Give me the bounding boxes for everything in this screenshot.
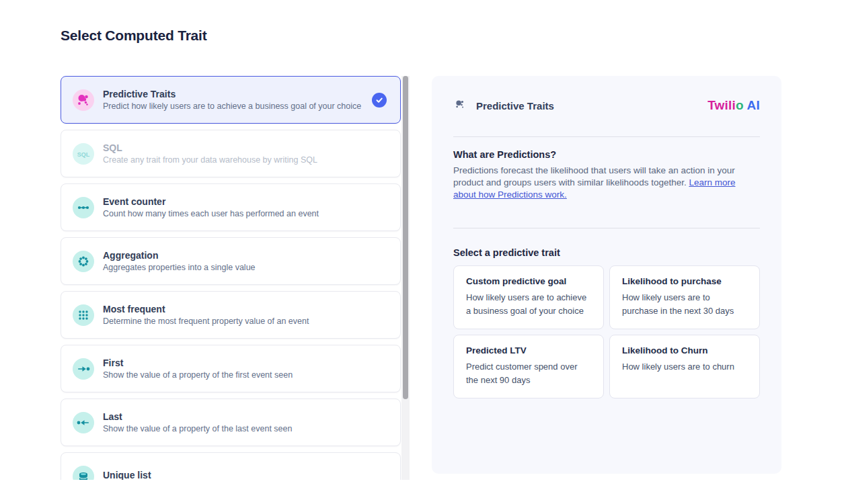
predictions-about-heading: What are Predictions? xyxy=(453,149,760,160)
detail-panel-title: Predictive Traits xyxy=(476,100,554,112)
predictive-trait-card[interactable]: Custom predictive goal How likely users … xyxy=(453,265,604,329)
predictive-trait-card-title: Likelihood to Churn xyxy=(622,345,747,355)
trait-title: Last xyxy=(103,411,292,422)
trait-title: Event counter xyxy=(103,196,319,207)
predictive-splatter-icon xyxy=(453,97,467,114)
database-icon xyxy=(73,466,94,480)
scrollbar-thumb[interactable] xyxy=(403,76,408,399)
predictive-trait-card-description: How likely users are to purchase in the … xyxy=(622,291,747,318)
dot-arrow-left-icon xyxy=(73,412,94,433)
twilio-ai-logo: Twilio AI xyxy=(707,98,760,113)
trait-description: Show the value of a property of the last… xyxy=(103,424,292,433)
detail-panel-header: Predictive Traits Twilio AI xyxy=(453,97,760,114)
trait-title: First xyxy=(103,358,293,368)
trait-title: Most frequent xyxy=(103,304,309,314)
trait-list-item[interactable]: Aggregation Aggregates properties into a… xyxy=(61,237,401,285)
trait-list-item[interactable]: First Show the value of a property of th… xyxy=(61,345,401,392)
trait-list-item[interactable]: Unique list xyxy=(61,452,401,480)
predictive-trait-card-description: How likely users are to churn xyxy=(622,360,747,374)
divider xyxy=(453,228,760,228)
grid-dots-icon xyxy=(73,304,94,326)
trait-list-item[interactable]: Last Show the value of a property of the… xyxy=(61,398,401,446)
trait-list-item[interactable]: SQL SQL Create any trait from your data … xyxy=(61,130,401,177)
sql-icon: SQL xyxy=(73,143,94,165)
selected-check-icon xyxy=(372,93,387,108)
predictions-about-body: Predictions forecast the likelihood that… xyxy=(453,165,756,201)
trait-title: Predictive Traits xyxy=(103,89,361,99)
trait-title: Aggregation xyxy=(103,250,256,261)
trait-description: Show the value of a property of the firs… xyxy=(103,370,293,380)
event-counter-dots-icon xyxy=(73,197,94,218)
divider xyxy=(453,136,760,137)
predictive-splatter-icon xyxy=(73,89,94,111)
page-title: Select Computed Trait xyxy=(61,28,207,44)
trait-list-item[interactable]: Predictive Traits Predict how likely use… xyxy=(61,76,401,124)
predictive-trait-card-title: Predicted LTV xyxy=(466,345,591,355)
predictive-traits-detail-panel: Predictive Traits Twilio AI What are Pre… xyxy=(432,76,781,474)
predictive-trait-card-description: How likely users are to achieve a busine… xyxy=(466,291,591,318)
trait-description: Count how many times each user has perfo… xyxy=(103,209,319,218)
predictive-trait-card-grid: Custom predictive goal How likely users … xyxy=(453,265,760,398)
arrow-to-dot-icon xyxy=(73,358,94,380)
predictive-trait-card[interactable]: Likelihood to Churn How likely users are… xyxy=(609,335,760,398)
trait-title: Unique list xyxy=(103,470,151,480)
predictive-trait-card-title: Likelihood to purchase xyxy=(622,276,747,286)
trait-description: Predict how likely users are to achieve … xyxy=(103,101,361,111)
predictive-trait-card-title: Custom predictive goal xyxy=(466,276,591,286)
scrollbar-track xyxy=(401,76,410,480)
predictive-trait-card[interactable]: Predicted LTV Predict customer spend ove… xyxy=(453,335,604,398)
trait-title: SQL xyxy=(103,142,317,153)
trait-description: Create any trait from your data warehous… xyxy=(103,155,317,165)
trait-description: Aggregates properties into a single valu… xyxy=(103,263,256,272)
aggregation-dots-ring-icon xyxy=(73,251,94,272)
predictive-trait-card[interactable]: Likelihood to purchase How likely users … xyxy=(609,265,760,329)
select-predictive-trait-heading: Select a predictive trait xyxy=(453,247,760,258)
trait-list: Predictive Traits Predict how likely use… xyxy=(61,76,401,480)
predictive-trait-card-description: Predict customer spend over the next 90 … xyxy=(466,360,591,387)
svg-text:SQL: SQL xyxy=(77,151,90,157)
trait-list-item[interactable]: Event counter Count how many times each … xyxy=(61,183,401,231)
trait-description: Determine the most frequent property val… xyxy=(103,317,309,326)
trait-list-item[interactable]: Most frequent Determine the most frequen… xyxy=(61,291,401,339)
